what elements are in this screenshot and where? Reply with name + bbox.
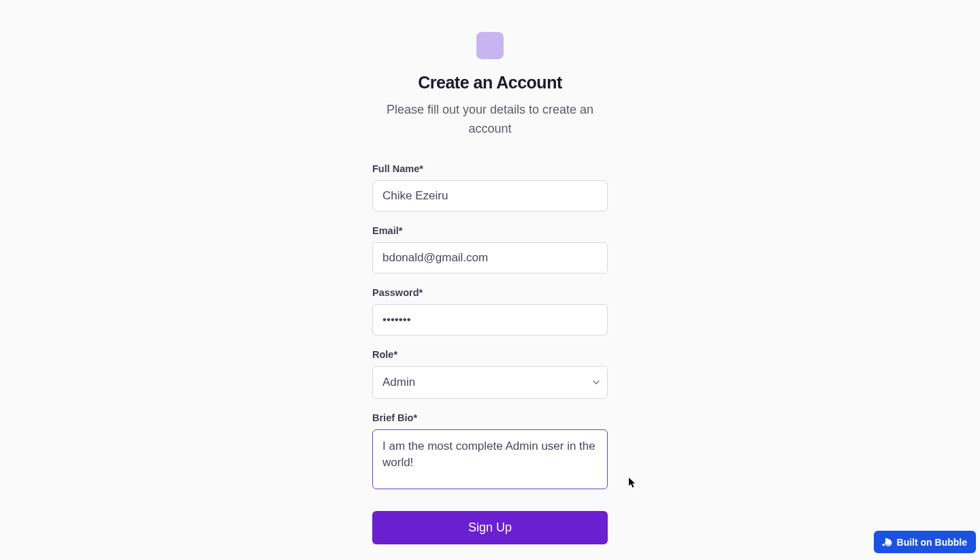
bubble-badge-label: Built on Bubble (897, 537, 967, 548)
bio-textarea[interactable] (372, 429, 608, 489)
role-select[interactable]: Admin (372, 366, 608, 399)
logo-icon (476, 32, 504, 59)
email-label: Email* (372, 225, 608, 236)
svg-point-0 (882, 544, 885, 546)
password-label: Password* (372, 287, 608, 298)
fullname-label: Full Name* (372, 163, 608, 174)
cursor-icon (629, 478, 637, 489)
bio-label: Brief Bio* (372, 412, 608, 423)
page-title: Create an Account (372, 73, 608, 93)
role-label: Role* (372, 349, 608, 360)
bubble-badge[interactable]: Built on Bubble (874, 531, 976, 553)
bubble-logo-icon (881, 536, 892, 548)
page-subtitle: Please fill out your details to create a… (372, 101, 608, 139)
password-input[interactable] (372, 304, 608, 335)
email-input[interactable] (372, 242, 608, 274)
signup-button[interactable]: Sign Up (372, 511, 608, 544)
fullname-input[interactable] (372, 180, 608, 212)
